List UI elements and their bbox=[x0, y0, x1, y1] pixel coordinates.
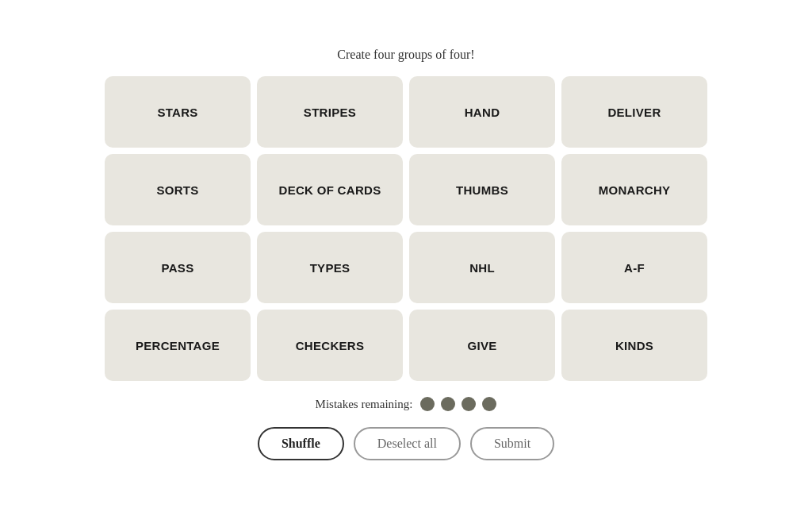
card-label-thumbs: THUMBS bbox=[450, 177, 515, 203]
card-stars[interactable]: STARS bbox=[105, 76, 251, 148]
card-deliver[interactable]: DELIVER bbox=[561, 76, 707, 148]
card-sorts[interactable]: SORTS bbox=[105, 154, 251, 225]
card-deck-of-cards[interactable]: DECK OF CARDS bbox=[257, 154, 403, 225]
card-checkers[interactable]: CHECKERS bbox=[257, 310, 403, 381]
card-label-kinds: KINDS bbox=[609, 333, 660, 359]
mistakes-row: Mistakes remaining: bbox=[316, 397, 497, 411]
card-label-checkers: CHECKERS bbox=[289, 333, 371, 359]
card-kinds[interactable]: KINDS bbox=[561, 310, 707, 381]
card-grid: STARSSTRIPESHANDDELIVERSORTSDECK OF CARD… bbox=[105, 76, 707, 381]
card-label-deck-of-cards: DECK OF CARDS bbox=[273, 177, 388, 203]
card-percentage[interactable]: PERCENTAGE bbox=[105, 310, 251, 381]
mistake-dot-2 bbox=[441, 397, 455, 411]
card-label-deliver: DELIVER bbox=[601, 99, 667, 125]
mistake-dot-4 bbox=[482, 397, 496, 411]
card-stripes[interactable]: STRIPES bbox=[257, 76, 403, 148]
card-hand[interactable]: HAND bbox=[409, 76, 555, 148]
mistakes-label: Mistakes remaining: bbox=[316, 398, 413, 411]
card-label-pass: PASS bbox=[155, 255, 201, 281]
card-label-stars: STARS bbox=[151, 99, 204, 125]
card-label-sorts: SORTS bbox=[150, 177, 205, 203]
subtitle: Create four groups of four! bbox=[337, 48, 474, 62]
card-monarchy[interactable]: MONARCHY bbox=[561, 154, 707, 225]
card-a-f[interactable]: A-F bbox=[561, 232, 707, 303]
card-label-a-f: A-F bbox=[618, 255, 651, 281]
card-thumbs[interactable]: THUMBS bbox=[409, 154, 555, 225]
card-label-monarchy: MONARCHY bbox=[592, 177, 677, 203]
card-label-nhl: NHL bbox=[463, 255, 501, 281]
card-label-give: GIVE bbox=[461, 333, 503, 359]
card-label-types: TYPES bbox=[304, 255, 357, 281]
card-nhl[interactable]: NHL bbox=[409, 232, 555, 303]
mistake-dot-3 bbox=[462, 397, 476, 411]
buttons-row: Shuffle Deselect all Submit bbox=[258, 427, 554, 460]
card-pass[interactable]: PASS bbox=[105, 232, 251, 303]
shuffle-button[interactable]: Shuffle bbox=[258, 427, 344, 460]
deselect-button[interactable]: Deselect all bbox=[354, 427, 461, 460]
card-types[interactable]: TYPES bbox=[257, 232, 403, 303]
mistake-dot-1 bbox=[420, 397, 435, 411]
submit-button[interactable]: Submit bbox=[470, 427, 554, 460]
card-label-hand: HAND bbox=[458, 99, 507, 125]
page-wrapper: Create four groups of four! STARSSTRIPES… bbox=[0, 32, 812, 476]
card-give[interactable]: GIVE bbox=[409, 310, 555, 381]
card-label-stripes: STRIPES bbox=[297, 99, 362, 125]
card-label-percentage: PERCENTAGE bbox=[129, 333, 226, 359]
mistakes-dots bbox=[420, 397, 496, 411]
